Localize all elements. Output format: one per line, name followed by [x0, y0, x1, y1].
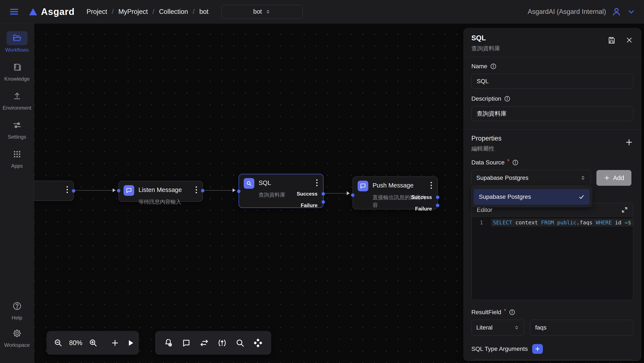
- input-port[interactable]: [351, 193, 354, 197]
- node-partial[interactable]: [34, 181, 74, 201]
- zoom-toolbar: 80%: [46, 331, 139, 355]
- auto-layout-button[interactable]: [253, 338, 263, 348]
- output-port[interactable]: [72, 189, 75, 193]
- node-subtitle: 等待訊息內容輸入: [138, 198, 198, 206]
- result-field-input[interactable]: [530, 320, 633, 336]
- node-menu-icon[interactable]: [66, 185, 69, 194]
- description-label: Description: [471, 95, 501, 102]
- sidebar: Workflows Knowledge Environment Settings…: [0, 23, 34, 363]
- sidebar-item-workflows[interactable]: Workflows: [0, 31, 34, 53]
- save-icon[interactable]: [607, 36, 616, 52]
- output-success-label: Success: [411, 194, 432, 200]
- sidebar-item-workspace[interactable]: Workspace: [0, 326, 34, 348]
- sidebar-item-settings[interactable]: Settings: [0, 118, 34, 140]
- code-line[interactable]: SELECT context FROM public.faqs WHERE id…: [491, 219, 633, 226]
- node-title: SQL: [258, 179, 271, 186]
- node-menu-icon[interactable]: [430, 181, 433, 190]
- zoom-level: 80%: [69, 339, 82, 347]
- gear-icon: [12, 329, 22, 338]
- result-field-type-select[interactable]: Literal: [471, 320, 524, 336]
- sql-editor[interactable]: Editor 1 SELECT context FROM public.faqs…: [471, 203, 633, 300]
- info-icon[interactable]: [509, 309, 516, 316]
- expand-icon[interactable]: [621, 206, 628, 213]
- info-icon[interactable]: [512, 159, 519, 166]
- breadcrumb-myproject[interactable]: MyProject: [118, 8, 148, 15]
- output-port-success[interactable]: [436, 196, 439, 199]
- folder-open-icon: [12, 33, 22, 43]
- sidebar-item-environment[interactable]: Environment: [0, 89, 34, 111]
- breadcrumb-collection[interactable]: Collection: [159, 8, 188, 15]
- add-sql-type-argument-button[interactable]: [532, 344, 543, 354]
- output-failure-label: Failure: [415, 206, 432, 212]
- output-port[interactable]: [201, 189, 204, 192]
- grid-dots-icon: [13, 150, 21, 158]
- sidebar-item-apps[interactable]: Apps: [0, 147, 34, 169]
- node-menu-icon[interactable]: [195, 185, 198, 195]
- node-properties-panel: SQL 查詢資料庫 Name Description: [464, 28, 641, 361]
- data-source-dropdown: Supabase Postgres: [471, 187, 592, 207]
- comment-button[interactable]: [182, 338, 191, 348]
- info-icon[interactable]: [490, 63, 497, 70]
- info-icon[interactable]: [504, 95, 511, 102]
- node-menu-icon[interactable]: [316, 178, 318, 187]
- panel-subtitle: 查詢資料庫: [471, 44, 500, 52]
- output-port-failure[interactable]: [322, 200, 325, 204]
- node-push-message[interactable]: Push Message 直接輸出訊息的回應內容 Success Failure: [352, 176, 438, 209]
- run-workflow-button[interactable]: [126, 339, 135, 348]
- output-port-failure[interactable]: [436, 204, 439, 207]
- chevron-down-icon: [627, 7, 636, 16]
- panel-title: SQL: [471, 34, 500, 42]
- book-icon: [12, 63, 22, 72]
- account-menu[interactable]: AsgardAI (Asgard Internal): [528, 7, 636, 17]
- add-node-button[interactable]: [110, 339, 120, 348]
- chat-bubble-icon: [358, 181, 368, 191]
- check-icon: [578, 194, 585, 200]
- properties-subtitle: 編輯屬性: [471, 145, 502, 152]
- node-title: Push Message: [372, 182, 414, 189]
- plus-icon: [534, 346, 540, 352]
- account-label: AsgardAI (Asgard Internal): [528, 8, 606, 15]
- node-title: Listen Message: [138, 186, 182, 193]
- editor-label: Editor: [477, 206, 492, 213]
- close-icon[interactable]: [625, 36, 633, 52]
- select-caret-icon: [514, 325, 520, 330]
- input-port[interactable]: [117, 189, 120, 192]
- breadcrumb-bot[interactable]: bot: [199, 8, 208, 15]
- node-sql[interactable]: SQL 查詢資料庫 Success Failure: [238, 174, 324, 208]
- logo-triangle-icon: [28, 7, 38, 16]
- zoom-in-button[interactable]: [89, 339, 98, 348]
- edge-start-to-listen: [75, 190, 116, 191]
- upload-icon: [12, 92, 22, 101]
- search-button[interactable]: [235, 338, 245, 348]
- chat-bubble-icon: [124, 185, 134, 196]
- logo-text: Asgard: [41, 6, 75, 17]
- breadcrumb-project[interactable]: Project: [87, 8, 107, 15]
- sidebar-item-knowledge[interactable]: Knowledge: [0, 60, 34, 82]
- notification-add-button[interactable]: [164, 338, 173, 348]
- name-input[interactable]: [471, 74, 633, 89]
- locate-focus-button[interactable]: [218, 338, 227, 348]
- panel-divider: [464, 129, 641, 129]
- output-success-label: Success: [297, 191, 318, 197]
- sql-type-argument-field[interactable]: [471, 359, 633, 361]
- output-port-success[interactable]: [322, 192, 325, 196]
- edge-listen-to-sql: [203, 190, 236, 191]
- swap-connections-button[interactable]: [200, 338, 209, 348]
- add-property-button[interactable]: [625, 135, 633, 146]
- data-source-select[interactable]: Supabase Postgres: [471, 170, 591, 186]
- node-listen-message[interactable]: Listen Message 等待訊息內容輸入: [118, 181, 203, 202]
- description-input[interactable]: [471, 106, 633, 121]
- sidebar-item-help[interactable]: Help: [0, 299, 34, 321]
- workflow-select-value: bot: [253, 8, 262, 15]
- add-data-source-button[interactable]: Add: [596, 170, 632, 186]
- result-field-type-value: Literal: [476, 324, 492, 331]
- zoom-out-button[interactable]: [54, 339, 63, 348]
- workflow-select[interactable]: bot: [221, 5, 303, 18]
- top-bar: Asgard Project / MyProject / Collection …: [0, 0, 644, 23]
- dropdown-option-supabase-postgres[interactable]: Supabase Postgres: [474, 189, 590, 205]
- breadcrumb: Project / MyProject / Collection / bot: [87, 8, 208, 15]
- input-port[interactable]: [237, 190, 240, 193]
- hamburger-menu-icon[interactable]: [8, 7, 20, 16]
- plus-icon: [604, 175, 610, 181]
- code-area[interactable]: 1 SELECT context FROM public.faqs WHERE …: [472, 217, 633, 300]
